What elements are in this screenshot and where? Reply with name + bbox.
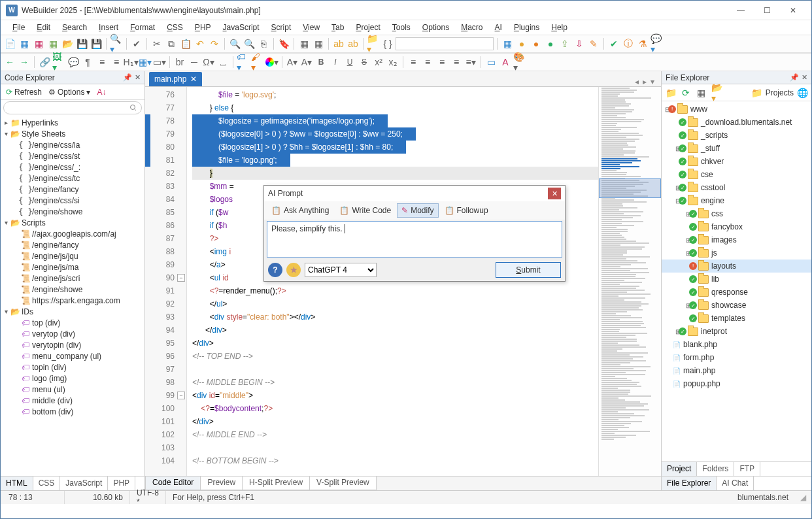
download-icon[interactable]: ⇩ [573, 37, 586, 50]
fe-item[interactable]: 📄popup.php [662, 377, 811, 390]
menu-script[interactable]: Script [266, 22, 297, 33]
tree-item[interactable]: 📜/engine/js/jqu [1, 250, 144, 261]
menu-ai[interactable]: AI [490, 22, 507, 33]
menu-plugins[interactable]: Plugins [509, 22, 545, 33]
help-icon[interactable]: ? [268, 263, 282, 277]
sup-icon[interactable]: x² [372, 56, 385, 69]
fe-item[interactable]: ✓_download.blumentals.net [662, 116, 811, 129]
bookmark-icon[interactable]: 🔖 [277, 37, 290, 50]
right-tab[interactable]: AI Chat [717, 477, 754, 490]
tab-next-icon[interactable]: ▸ [643, 77, 647, 86]
ai-ask-button[interactable]: 📋Ask Anything [267, 203, 333, 218]
ai-prompt-close-icon[interactable]: ✕ [548, 188, 561, 199]
strike-icon[interactable]: S [358, 56, 371, 69]
fontsize-icon[interactable]: A▾ [300, 56, 313, 69]
find-icon[interactable]: 🔍 [228, 37, 241, 50]
view-tab[interactable]: Preview [200, 477, 243, 490]
right-tab[interactable]: File Explorer [662, 477, 717, 490]
menu-tools[interactable]: Tools [387, 22, 416, 33]
tree-item[interactable]: { }/engine/css/la [1, 139, 144, 150]
view-tab[interactable]: Code Editor [145, 477, 201, 490]
refresh-button[interactable]: ⟳ Refresh [3, 86, 44, 98]
fe-item[interactable]: ✓qresponse [662, 286, 811, 299]
arrow-left-icon[interactable]: ← [3, 56, 16, 69]
outdent-icon[interactable]: ▦ [312, 37, 325, 50]
redo-icon[interactable]: ↷ [208, 37, 221, 50]
fe-item[interactable]: ✓cse [662, 168, 811, 181]
menu-tab[interactable]: Tab [326, 22, 349, 33]
align-justify-icon[interactable]: ≡ [450, 56, 463, 69]
list-ul-icon[interactable]: ≡ [110, 56, 123, 69]
open-icon[interactable]: 📂 [61, 37, 74, 50]
menu-project[interactable]: Project [350, 22, 385, 33]
copy-icon[interactable]: ⧉ [165, 37, 178, 50]
context-combo[interactable] [396, 37, 494, 50]
menu-help[interactable]: Help [546, 22, 573, 33]
bold-icon[interactable]: B [314, 56, 328, 69]
tab-prev-icon[interactable]: ◂ [635, 77, 639, 86]
pin-icon[interactable]: 📌 [790, 73, 799, 82]
close-panel-icon[interactable]: ✕ [135, 73, 141, 82]
ai-prompt-textarea[interactable]: Please, simplify this. [267, 221, 562, 258]
menu-css[interactable]: CSS [161, 22, 188, 33]
tab-menu-icon[interactable]: ▾ [651, 77, 654, 86]
menu-view[interactable]: View [297, 22, 325, 33]
br-icon[interactable]: br [173, 56, 186, 69]
resize-grip-icon[interactable]: ◢ [800, 493, 806, 502]
tree-item[interactable]: 🏷bottom (div) [1, 406, 144, 417]
hr-icon[interactable]: ─ [188, 56, 201, 69]
tree-item[interactable]: 🏷middle (div) [1, 395, 144, 406]
tree-item[interactable]: { }/engine/css/si [1, 195, 144, 206]
fe-item[interactable]: ⊟✓engine [662, 194, 811, 207]
menu-edit[interactable]: Edit [31, 22, 56, 33]
new-file-icon[interactable]: 📄 [3, 37, 16, 50]
tag-icon[interactable]: 🏷▾ [237, 56, 250, 69]
browser3-icon[interactable]: ● [544, 37, 557, 50]
color-icon[interactable]: ▾ [265, 56, 279, 69]
right-tab[interactable]: Project [662, 462, 697, 476]
info-icon[interactable]: ⓘ [622, 37, 635, 50]
new-html-icon[interactable]: ▦ [18, 37, 31, 50]
fe-item[interactable]: ⊞✓_stuff [662, 142, 811, 155]
tree-item[interactable]: 📜//ajax.googleapis.com/aj [1, 228, 144, 239]
fe-item[interactable]: ✓_scripts [662, 129, 811, 142]
omega-icon[interactable]: Ω▾ [202, 56, 215, 69]
menu-search[interactable]: Search [57, 22, 92, 33]
tab-close-icon[interactable]: ✕ [190, 75, 197, 84]
arrow-right-icon[interactable]: → [18, 56, 31, 69]
tree-item[interactable]: { }/engine/showe [1, 206, 144, 217]
ai-followup-button[interactable]: 📋Followup [440, 203, 493, 218]
lang-tab-css[interactable]: CSS [33, 477, 61, 490]
fe-item[interactable]: !layouts [662, 260, 811, 273]
menu-macro[interactable]: Macro [456, 22, 488, 33]
paste-icon[interactable]: 📋 [179, 37, 192, 50]
tree-item[interactable]: ▾📂Style Sheets [1, 128, 144, 139]
ai-write-button[interactable]: 📋Write Code [335, 203, 396, 218]
validate-icon[interactable]: ab [332, 37, 345, 50]
tree-item[interactable]: 🏷menu_company (ul) [1, 350, 144, 361]
tree-item[interactable]: 🏷topin (div) [1, 361, 144, 373]
sub-icon[interactable]: x₂ [386, 56, 399, 69]
upload-icon[interactable]: ⇪ [558, 37, 571, 50]
lang-tab-html[interactable]: HTML [1, 477, 33, 490]
fe-new-icon[interactable]: 📁 [664, 86, 677, 99]
fe-item[interactable]: ✓chkver [662, 155, 811, 168]
para-icon[interactable]: ¶ [81, 56, 94, 69]
image-icon[interactable]: 🖼▾ [52, 56, 65, 69]
tree-item[interactable]: 🏷logo (img) [1, 373, 144, 384]
fe-item[interactable]: 📄main.php [662, 364, 811, 377]
fe-item[interactable]: ⊞✓showcase [662, 299, 811, 312]
fe-item[interactable]: 📄blank.php [662, 338, 811, 351]
code-explorer-tree[interactable]: ▸📁Hyperlinks▾📂Style Sheets{ }/engine/css… [1, 116, 144, 476]
sort-button[interactable]: A↓ [94, 86, 109, 98]
fe-item[interactable]: ⊞✓csstool [662, 181, 811, 194]
fe-item[interactable]: ✓lib [662, 273, 811, 286]
underline-icon[interactable]: U [343, 56, 356, 69]
save-icon[interactable]: 💾 [75, 37, 88, 50]
tree-item[interactable]: { }/engine/css/tc [1, 173, 144, 184]
tree-item[interactable]: { }/engine/css/_: [1, 161, 144, 173]
close-panel-icon[interactable]: ✕ [802, 73, 807, 82]
fe-item[interactable]: ⊞✓js [662, 246, 811, 260]
table-icon[interactable]: ▦▾ [139, 56, 152, 69]
minimize-button[interactable]: — [728, 1, 754, 20]
